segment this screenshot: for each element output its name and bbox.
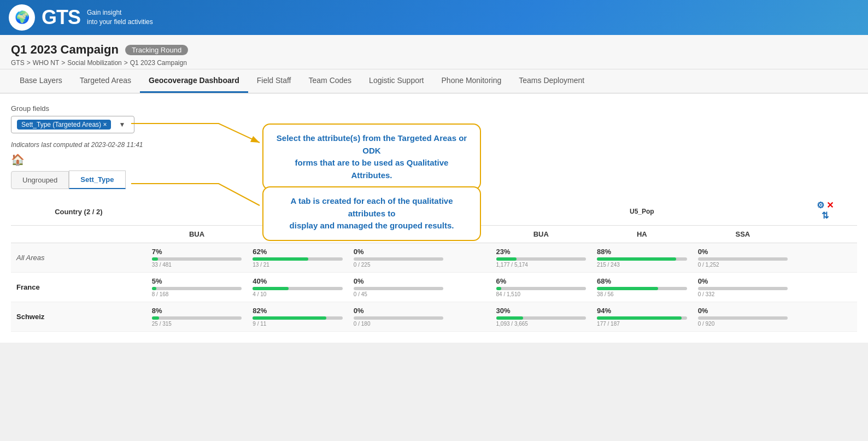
table-row: All Areas 7% 33 / 481 62% 13 / 21 0% 0 /… [11,243,857,273]
col-sort-u5[interactable]: ⇅ [822,211,829,220]
breadcrumb: GTS > WHO NT > Social Mobilization > Q1 … [11,59,857,67]
row-label: Schweiz [11,302,146,332]
targeted-cell-0: 7% 33 / 481 [146,243,248,273]
sub-tab-setttype[interactable]: Sett_Type [69,170,125,189]
targeted-cell-0: 5% 8 / 168 [146,273,248,302]
title-bar: Q1 2023 Campaign Tracking Round GTS > WH… [0,35,868,69]
col-settings-icons: ⚙ ✕ ⇅ [793,198,857,226]
targeted-cell-2: 0% 0 / 45 [348,273,449,302]
col-country: Country (2 / 2) [11,198,146,226]
app-tagline: Gain insight into your field activities [87,8,153,27]
col-ha-u5: HA [591,226,693,243]
logo-icon: 🌍 [9,4,35,31]
main-content: Group fields Sett_Type (Targeted Areas) … [0,93,868,343]
tab-geocoverage[interactable]: Geocoverage Dashboard [140,69,248,93]
table-row: France 5% 8 / 168 40% 4 / 10 0% 0 / 45 6… [11,273,857,302]
group-fields-tag[interactable]: Sett_Type (Targeted Areas) × [17,120,111,130]
breadcrumb-sep: > [27,59,31,67]
col-bua-u5: BUA [491,226,592,243]
settings-icon[interactable]: ⚙ [817,201,824,210]
tab-targeted-areas[interactable]: Targeted Areas [71,69,140,93]
breadcrumb-sep2: > [61,59,65,67]
breadcrumb-whont[interactable]: WHO NT [33,59,60,67]
targeted-cell-1: 40% 4 / 10 [247,273,348,302]
u5-cell-0: 6% 84 / 1,510 [491,273,592,302]
tab-phone-monitoring[interactable]: Phone Monitoring [433,69,511,93]
sub-tab-ungrouped[interactable]: Ungrouped [11,171,69,189]
row-label: All Areas [11,243,146,273]
targeted-cell-2: 0% 0 / 180 [348,302,449,332]
col-bua-targeted: BUA [146,226,248,243]
breadcrumb-social[interactable]: Social Mobilization [67,59,121,67]
close-icon[interactable]: ✕ [826,201,834,210]
group-fields-select[interactable]: Sett_Type (Targeted Areas) × ▼ [11,116,134,133]
tab-field-staff[interactable]: Field Staff [248,69,300,93]
row-label: France [11,273,146,302]
targeted-cell-1: 62% 13 / 21 [247,243,348,273]
tab-team-codes[interactable]: Team Codes [300,69,361,93]
app-header: 🌍 GTS Gain insight into your field activ… [0,0,868,35]
dropdown-arrow-icon[interactable]: ▼ [115,121,128,128]
breadcrumb-gts[interactable]: GTS [11,59,25,67]
col-u5pop-header: U5_Pop [491,198,794,226]
u5-cell-2: 0% 0 / 332 [693,273,794,302]
breadcrumb-sep3: > [124,59,128,67]
targeted-cell-2: 0% 0 / 225 [348,243,449,273]
breadcrumb-campaign: Q1 2023 Campaign [130,59,187,67]
u5-cell-1: 88% 215 / 243 [591,243,693,273]
col-ssa-u5: SSA [693,226,794,243]
tab-base-layers[interactable]: Base Layers [11,69,71,93]
tab-logistic-support[interactable]: Logistic Support [360,69,432,93]
u5-cell-2: 0% 0 / 1,252 [693,243,794,273]
nav-tabs: Base Layers Targeted Areas Geocoverage D… [0,69,868,93]
u5-cell-0: 23% 1,177 / 5,174 [491,243,592,273]
app-name: GTS [42,6,80,29]
u5-cell-1: 94% 177 / 187 [591,302,693,332]
u5-cell-1: 68% 38 / 56 [591,273,693,302]
campaign-title: Q1 2023 Campaign [11,43,119,57]
tooltip-qualitative-attributes: Select the attribute(s) from the Targete… [262,124,481,190]
tracking-badge: Tracking Round [125,45,188,55]
col-country-spacer [11,226,146,243]
tab-teams-deployment[interactable]: Teams Deployment [510,69,593,93]
u5-cell-2: 0% 0 / 920 [693,302,794,332]
targeted-cell-1: 82% 9 / 11 [247,302,348,332]
table-row: Schweiz 8% 25 / 315 82% 9 / 11 0% 0 / 18… [11,302,857,332]
group-fields-label: Group fields [11,104,857,113]
u5-cell-0: 30% 1,093 / 3,665 [491,302,592,332]
tooltip-tab-created: A tab is created for each of the qualita… [262,186,481,241]
globe-icon: 🌍 [15,10,30,25]
targeted-cell-0: 8% 25 / 315 [146,302,248,332]
